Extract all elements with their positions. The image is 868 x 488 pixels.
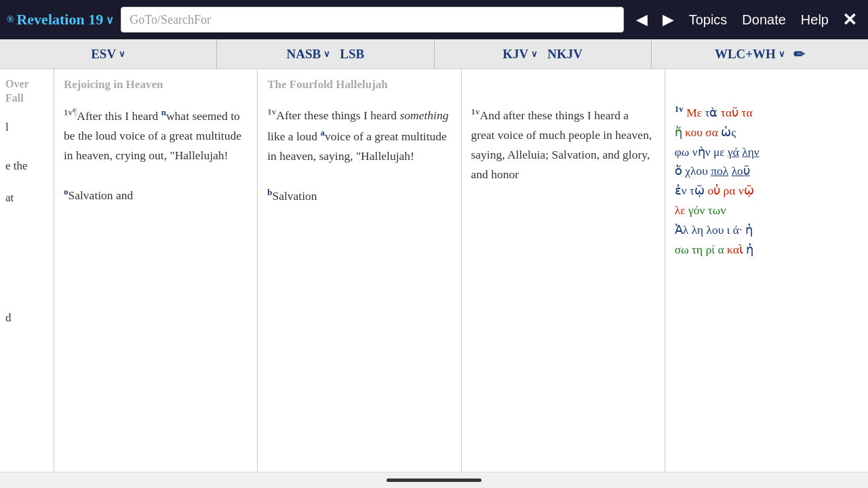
nasb-verse-text: 1vAfter these things I heard something l… xyxy=(267,104,451,206)
nasb-column: The Fourfold Hallelujah 1vAfter these th… xyxy=(258,69,461,472)
top-navigation: ® Revelation 19 ∨ GoTo/SearchFor ◀ ▶ Top… xyxy=(0,0,868,39)
greek-word-35: α xyxy=(717,243,724,256)
greek-word-25: τωv xyxy=(708,203,726,217)
esv-label: ESV xyxy=(91,47,116,62)
greek-column: 1v Με τὰ ταῦ τα ἤ κου σα ὡς φω νὴν με γά… xyxy=(665,69,868,472)
greek-word-5: ἤ xyxy=(675,125,682,139)
greek-word-6: κου xyxy=(685,125,703,139)
greek-verse-v: v xyxy=(679,104,684,114)
greek-word-22: νῷ xyxy=(738,184,754,197)
kjv-column: 1vAnd after these things I heard a great… xyxy=(462,69,665,472)
version-wlc[interactable]: WLC+WH ∨ ✏ xyxy=(652,39,868,68)
nasb-chevron-icon: ∨ xyxy=(323,49,330,60)
book-chevron-icon: ∨ xyxy=(106,14,114,26)
registered-mark: ® xyxy=(7,14,14,25)
version-nasb[interactable]: NASB ∨ LSB xyxy=(217,39,434,68)
greek-word-17: λοῦ xyxy=(732,164,750,178)
greek-word-24: γόν xyxy=(688,203,705,217)
greek-word-4: τα xyxy=(741,106,752,119)
greek-word-20: οὐ xyxy=(707,184,720,197)
greek-word-32: σω xyxy=(675,243,689,256)
greek-word-12: γά xyxy=(728,145,739,159)
nasb-footnote-b[interactable]: b xyxy=(267,187,272,197)
greek-word-36: καὶ xyxy=(727,243,743,256)
esv-pilcrow: ¶ xyxy=(73,107,77,117)
kjv-section-heading xyxy=(471,77,655,92)
kjv-verse-num: 1v xyxy=(471,106,480,117)
greek-word-29: ι xyxy=(727,223,730,237)
greek-word-8: ὡς xyxy=(721,125,736,139)
kjv-label: KJV xyxy=(502,47,528,62)
greek-word-27: λη xyxy=(692,223,703,237)
bottom-bar xyxy=(0,472,868,488)
search-placeholder: GoTo/SearchFor xyxy=(130,13,211,27)
esv-chevron-icon: ∨ xyxy=(119,49,125,60)
nasb-footnote-a[interactable]: a xyxy=(321,127,326,138)
esv-column: Rejoicing in Heaven 1v¶After this I hear… xyxy=(54,69,258,472)
close-button[interactable]: ✕ xyxy=(838,9,861,30)
greek-word-11: με xyxy=(713,145,725,159)
esv-footnote-o[interactable]: o xyxy=(64,186,68,197)
wlc-chevron-icon: ∨ xyxy=(778,49,785,60)
partial-heading: Over Fall xyxy=(5,77,48,106)
greek-word-18: ἐν xyxy=(675,184,687,197)
greek-word-13: λην xyxy=(742,145,759,159)
greek-word-23: λε xyxy=(675,203,686,217)
content-area: Over Fall l e the at d Rejoicing in Heav… xyxy=(0,69,868,472)
greek-word-21: ρα xyxy=(724,184,736,197)
greek-word-34: ρί xyxy=(706,243,715,256)
version-kjv[interactable]: KJV ∨ NKJV xyxy=(435,39,652,68)
greek-word-33: τη xyxy=(692,243,703,256)
greek-word-7: σα xyxy=(705,125,718,139)
greek-word-2: τὰ xyxy=(705,106,717,119)
esv-section-heading: Rejoicing in Heaven xyxy=(64,77,248,92)
greek-verse-text: 1v Με τὰ ταῦ τα ἤ κου σα ὡς φω νὴν με γά… xyxy=(675,102,859,260)
greek-word-31: ἡ xyxy=(745,223,753,237)
prev-button[interactable]: ◀ xyxy=(631,8,653,31)
greek-word-1: Με xyxy=(686,106,702,119)
greek-word-37: ἡ xyxy=(746,243,753,256)
nasb-section-heading: The Fourfold Hallelujah xyxy=(267,77,451,92)
nasb-verse-v: v xyxy=(272,106,277,117)
partial-left-column: Over Fall l e the at d xyxy=(0,69,54,472)
greek-word-15: χλου xyxy=(685,164,708,178)
esv-verse-num: 1v xyxy=(64,107,73,117)
nasb-label: NASB xyxy=(287,47,321,62)
topics-button[interactable]: Topics xyxy=(684,9,733,30)
greek-word-28: λου xyxy=(706,223,724,237)
lsb-label: LSB xyxy=(340,47,364,62)
greek-word-3: ταῦ xyxy=(721,106,738,119)
nkjv-label: NKJV xyxy=(547,47,583,62)
version-esv[interactable]: ESV ∨ xyxy=(0,39,217,68)
version-selector-bar: ESV ∨ NASB ∨ LSB KJV ∨ NKJV WLC+WH ∨ ✏ xyxy=(0,39,868,69)
greek-word-16: πολ xyxy=(711,164,728,178)
esv-footnote-n[interactable]: n xyxy=(161,107,166,117)
partial-verse-text: l e the at d xyxy=(5,118,48,327)
kjv-verse-text: 1vAnd after these things I heard a great… xyxy=(471,104,655,184)
home-indicator xyxy=(387,479,481,482)
donate-button[interactable]: Donate xyxy=(736,9,791,30)
kjv-verse-v: v xyxy=(475,106,480,117)
next-button[interactable]: ▶ xyxy=(657,8,679,31)
greek-verse-num: 1v xyxy=(675,104,684,114)
book-selector[interactable]: ® Revelation 19 ∨ xyxy=(7,11,114,28)
nav-controls: ◀ ▶ Topics Donate Help ✕ xyxy=(631,8,861,31)
wlc-label: WLC+WH xyxy=(715,47,776,62)
esv-verse-text: 1v¶After this I heard nwhat seemed to be… xyxy=(64,104,248,205)
book-name: Revelation 19 xyxy=(16,11,103,28)
help-button[interactable]: Help xyxy=(795,9,834,30)
greek-word-30: ά· xyxy=(733,223,743,237)
greek-word-14: ὄ xyxy=(675,164,682,178)
greek-word-19: τῷ xyxy=(690,184,705,197)
greek-word-10: νὴν xyxy=(692,145,711,159)
nasb-italic-something: something xyxy=(399,108,448,122)
pen-icon: ✏ xyxy=(793,46,805,62)
kjv-chevron-icon: ∨ xyxy=(531,49,538,60)
greek-word-9: φω xyxy=(675,145,690,159)
nasb-verse-num: 1v xyxy=(267,106,276,117)
greek-word-26: Ἀλ xyxy=(675,223,689,237)
search-bar[interactable]: GoTo/SearchFor xyxy=(121,7,623,33)
